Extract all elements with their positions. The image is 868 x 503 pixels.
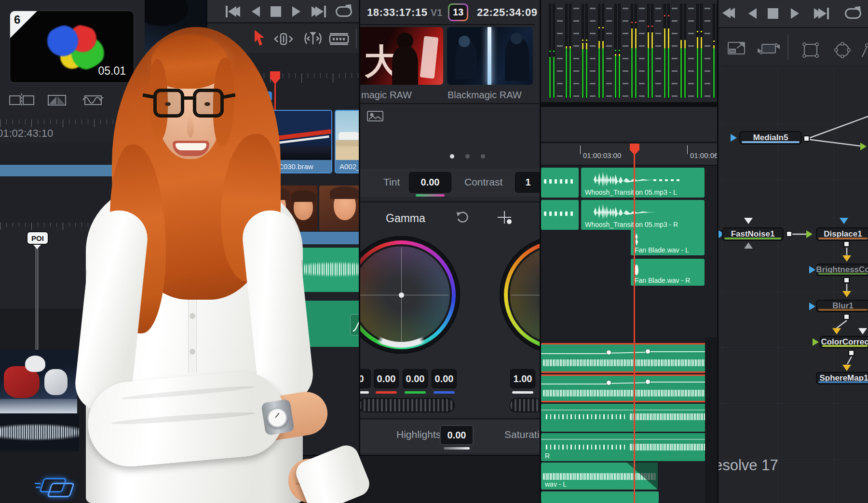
cut-page-label[interactable]: Cut <box>323 481 352 494</box>
node-spheremap1[interactable]: SphereMap1 <box>816 372 868 384</box>
node-input-green[interactable] <box>860 143 867 150</box>
red-value[interactable]: 0.00 <box>374 369 399 388</box>
audio-clip-bottom[interactable] <box>541 491 659 503</box>
highlights-value[interactable]: 0.00 <box>440 425 474 445</box>
automation-keyframe[interactable] <box>606 380 611 385</box>
dynamic-trim-icon[interactable] <box>302 32 324 46</box>
audio-clip-pre-r[interactable] <box>541 200 579 230</box>
audio-clip-fade[interactable]: wav - L <box>541 463 658 490</box>
panel-divider <box>206 0 207 503</box>
stop-button[interactable] <box>271 6 281 17</box>
media-thumbnail-card[interactable]: 6 05.01 <box>10 11 134 83</box>
cut-page-icon[interactable] <box>326 460 348 479</box>
stills-icon[interactable] <box>367 111 383 123</box>
node-blur1[interactable]: Blur1 <box>816 300 868 312</box>
node-input-yellow[interactable] <box>842 365 851 371</box>
node-output[interactable] <box>843 241 850 247</box>
timeline-clip-faces-2[interactable] <box>319 185 360 231</box>
node-output[interactable] <box>803 135 810 142</box>
node-input-blue[interactable] <box>809 303 815 310</box>
automation-keyframe[interactable] <box>645 349 651 354</box>
meter-scale-ticks <box>705 8 710 98</box>
page-dots[interactable] <box>450 154 485 159</box>
loop-button[interactable] <box>336 6 352 17</box>
node-mediain5[interactable]: MediaIn5 <box>739 131 802 145</box>
audio-clip-long-2[interactable]: R <box>541 433 717 461</box>
audio-clip-auto-2[interactable] <box>541 374 717 402</box>
poi-marker-flag[interactable]: POI <box>27 231 49 245</box>
clip-name: wav - L <box>545 480 567 488</box>
edit-audio-clip-2[interactable] <box>289 301 360 347</box>
automation-keyframe[interactable] <box>645 379 651 384</box>
whoosh-waveform <box>594 171 656 189</box>
node-input-white[interactable] <box>858 328 867 334</box>
node-output[interactable] <box>786 231 792 237</box>
cut-tool-icon[interactable] <box>9 93 35 108</box>
dot[interactable] <box>465 154 470 159</box>
node-colorcorrector[interactable]: ColorCorrec <box>820 336 868 348</box>
gamma-color-wheel[interactable] <box>360 236 460 354</box>
clip-number-badge[interactable]: 13 <box>448 3 468 21</box>
node-input-green[interactable] <box>813 338 819 346</box>
audio-clip-fan-r[interactable]: Fan Blade.wav - R <box>631 259 705 286</box>
timeline-clip-bar[interactable] <box>0 165 207 176</box>
node-input-yellow[interactable] <box>842 291 851 297</box>
node-output[interactable] <box>843 314 850 320</box>
trim-edit-icon[interactable] <box>272 33 295 45</box>
picker-icon[interactable] <box>497 210 514 225</box>
node-input-blue[interactable] <box>840 218 848 224</box>
viewer-thumb-blue[interactable] <box>447 27 533 85</box>
viewer-thumb-red[interactable]: 大 <box>360 27 443 85</box>
node-input-blue[interactable] <box>809 266 815 274</box>
timeline-clip-faces-1[interactable] <box>244 185 317 231</box>
skip-forward-button[interactable] <box>312 6 326 17</box>
selection-tool-icon[interactable] <box>254 30 266 46</box>
play-button[interactable] <box>292 6 300 17</box>
node-input-yellow[interactable] <box>842 255 851 262</box>
audio-clip-auto-1[interactable] <box>541 343 717 373</box>
razor-tool-icon[interactable] <box>329 33 349 45</box>
node-output[interactable] <box>848 350 854 356</box>
contrast-value[interactable]: 1 <box>515 172 541 193</box>
master-wheel-slider[interactable] <box>360 398 455 412</box>
dot-active[interactable] <box>450 154 454 159</box>
edit-marker-blue[interactable] <box>264 92 272 104</box>
node-input-blue[interactable] <box>731 134 737 142</box>
fairlight-ruler[interactable]: 01:00:03:00 01:00:06:0 <box>541 144 717 166</box>
node-brightness[interactable]: BrightnessCo <box>816 264 868 276</box>
node-input-green[interactable] <box>806 230 813 238</box>
node-output[interactable] <box>843 277 850 283</box>
fairlight-playhead-line[interactable] <box>634 144 635 503</box>
play-reverse-button[interactable] <box>252 6 260 17</box>
contrast-label: Contrast <box>464 176 502 188</box>
node-fastnoise1[interactable]: FastNoise1 <box>722 227 784 241</box>
node-input-gray[interactable] <box>744 242 753 249</box>
timeline-clip-gas-station[interactable]: 41843_C030.braw <box>249 110 332 173</box>
green-value[interactable]: 0.00 <box>403 369 428 388</box>
node-input-yellow[interactable] <box>832 328 841 334</box>
transition-tool-icon[interactable] <box>47 93 67 108</box>
dot[interactable] <box>481 154 485 159</box>
panel-divider <box>540 0 541 503</box>
gain-value[interactable]: 1.00 <box>510 369 535 388</box>
smooth-cut-icon[interactable] <box>82 93 104 108</box>
audio-clip-fan-l[interactable]: Fan Blade.wav - L <box>631 228 705 255</box>
edit-audio-clip[interactable] <box>298 248 360 292</box>
resolve-page-icon[interactable] <box>35 474 76 501</box>
tint-value[interactable]: 0.00 <box>409 172 451 193</box>
reset-icon[interactable] <box>456 211 470 225</box>
audio-clip-whoosh-l[interactable]: Whoosh_Transition 05.mp3 - L <box>581 168 705 198</box>
automation-keyframe[interactable] <box>606 350 611 355</box>
skip-back-button[interactable] <box>226 6 240 17</box>
timeline-clip-beach[interactable]: A002_C <box>335 110 360 173</box>
gain-color-wheel[interactable] <box>500 236 541 354</box>
audio-clip-pre-l[interactable] <box>541 168 579 198</box>
gain-wheel-slider[interactable] <box>509 398 541 412</box>
node-displace1[interactable]: Displace1 <box>816 227 868 241</box>
node-input-white[interactable] <box>744 218 753 224</box>
audio-clip-whoosh-r[interactable]: Whoosh_Transition 05.mp3 - R <box>581 200 705 230</box>
lum-value[interactable]: 0 <box>360 369 371 388</box>
blue-value[interactable]: 0.00 <box>432 369 457 388</box>
meter-channel <box>664 4 670 98</box>
audio-clip-long-1[interactable] <box>541 404 717 432</box>
